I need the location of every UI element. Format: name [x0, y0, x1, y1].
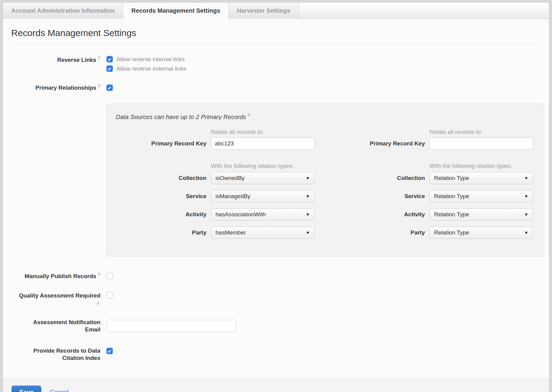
quality-assessment-required-checkbox[interactable]	[106, 292, 113, 298]
panel-heading-text: Data Sources can have up to 2 Primary Re…	[116, 114, 246, 120]
chevron-down-icon: ▼	[306, 194, 310, 199]
relate-all-records-label: Relate all records to:	[211, 128, 315, 136]
help-icon[interactable]: ?	[98, 84, 100, 88]
assessment-notification-email-label: Assessment Notification Email	[3, 319, 100, 333]
title-divider	[11, 44, 541, 45]
activity-relation-value: hasAssociationWith	[216, 211, 303, 218]
tab-bar: Account Administration Information Recor…	[3, 3, 549, 19]
party-label: Party	[107, 229, 211, 236]
activity-relation-value: Relation Type	[434, 211, 522, 218]
citation-index-row: Provide Records to Data Citation Index	[3, 347, 549, 362]
party-relation-value: Relation Type	[434, 229, 522, 236]
manually-publish-records-label: Manually Publish Records?	[3, 272, 100, 280]
tab-harvester-settings[interactable]: Harvester Settings	[229, 3, 299, 19]
service-relation-value: Relation Type	[434, 193, 522, 200]
help-icon[interactable]: ?	[98, 272, 100, 277]
relation-types-label: With the following relation types:	[429, 162, 533, 170]
collection-label: Collection	[107, 175, 211, 181]
help-icon[interactable]: ?	[247, 113, 250, 118]
primary-relationships-label-text: Primary Relationships	[35, 85, 96, 91]
allow-reverse-internal-links-checkbox[interactable]	[106, 56, 113, 62]
allow-reverse-external-links-checkbox[interactable]	[106, 65, 113, 72]
primary-relationships-row: Primary Relationships?	[3, 84, 549, 91]
party-relation-select-2[interactable]: Relation Type ▼	[429, 227, 533, 239]
reverse-links-label: Reverse Links?	[3, 56, 100, 64]
chevron-down-icon: ▼	[524, 212, 528, 217]
reverse-links-label-text: Reverse Links	[57, 57, 96, 63]
activity-relation-select[interactable]: hasAssociationWith ▼	[211, 208, 315, 221]
settings-page: Account Administration Information Recor…	[3, 3, 549, 392]
collection-relation-select-2[interactable]: Relation Type ▼	[429, 172, 533, 184]
allow-reverse-internal-links-option: Allow reverse internal links	[106, 56, 186, 62]
primary-record-key-label: Primary Record Key	[325, 140, 430, 147]
citation-index-label: Provide Records to Data Citation Index	[3, 347, 100, 362]
manually-publish-records-row: Manually Publish Records?	[3, 272, 549, 280]
tab-account-administration-information[interactable]: Account Administration Information	[3, 3, 123, 19]
cancel-link[interactable]: Cancel	[50, 389, 69, 392]
relate-all-records-label: Relate all records to:	[429, 128, 533, 136]
activity-label: Activity	[325, 211, 430, 218]
citation-index-checkbox[interactable]	[106, 348, 113, 354]
chevron-down-icon: ▼	[524, 230, 528, 235]
party-relation-select[interactable]: hasMember ▼	[211, 227, 315, 239]
primary-record-key-label: Primary Record Key	[107, 140, 211, 147]
service-relation-value: isManagedBy	[216, 193, 303, 200]
form-footer: Save Cancel	[3, 379, 549, 392]
assessment-notification-email-row: Assessment Notification Email	[3, 319, 549, 333]
reverse-links-row: Reverse Links? Allow reverse internal li…	[3, 56, 549, 75]
primary-relationships-checkbox[interactable]	[106, 85, 113, 91]
collection-relation-select[interactable]: isOwnedBy ▼	[211, 172, 315, 184]
collection-label: Collection	[325, 175, 430, 181]
primary-record-key-input-2[interactable]	[429, 138, 533, 150]
collection-relation-value: isOwnedBy	[216, 175, 303, 181]
party-label: Party	[325, 229, 430, 236]
help-icon[interactable]: ?	[98, 56, 100, 61]
quality-assessment-required-label: Quality Assessment Required?	[3, 292, 100, 306]
relation-types-label: With the following relation types:	[211, 162, 315, 170]
assessment-notification-email-input[interactable]	[106, 320, 236, 332]
primary-relationships-label: Primary Relationships?	[3, 84, 100, 91]
collection-relation-value: Relation Type	[434, 175, 522, 181]
chevron-down-icon: ▼	[306, 176, 310, 181]
activity-relation-select-2[interactable]: Relation Type ▼	[429, 208, 533, 221]
service-relation-select[interactable]: isManagedBy ▼	[211, 190, 315, 202]
quality-assessment-required-label-text: Quality Assessment Required	[19, 292, 100, 299]
panel-heading: Data Sources can have up to 2 Primary Re…	[116, 113, 544, 121]
tab-records-management-settings[interactable]: Records Management Settings	[123, 3, 228, 19]
chevron-down-icon: ▼	[524, 194, 528, 199]
primary-records-panel: Data Sources can have up to 2 Primary Re…	[106, 104, 544, 257]
party-relation-value: hasMember	[216, 229, 303, 236]
tab-panel-records-management: Records Management Settings Reverse Link…	[3, 19, 549, 362]
primary-record-key-input[interactable]	[211, 138, 315, 150]
chevron-down-icon: ▼	[524, 176, 528, 181]
service-label: Service	[107, 193, 211, 200]
help-icon[interactable]: ?	[5, 302, 99, 306]
primary-record-column-1: Relate all records to: Primary Record Ke…	[107, 128, 325, 239]
allow-reverse-internal-links-label: Allow reverse internal links	[116, 56, 185, 62]
allow-reverse-external-links-option: Allow reverse external links	[106, 65, 186, 72]
save-button[interactable]: Save	[12, 386, 41, 392]
chevron-down-icon: ▼	[306, 212, 310, 217]
quality-assessment-required-row: Quality Assessment Required?	[3, 292, 549, 306]
activity-label: Activity	[107, 211, 211, 218]
manually-publish-records-checkbox[interactable]	[106, 273, 113, 279]
chevron-down-icon: ▼	[306, 230, 310, 235]
manually-publish-records-label-text: Manually Publish Records	[25, 273, 96, 279]
service-relation-select-2[interactable]: Relation Type ▼	[429, 190, 533, 202]
service-label: Service	[325, 193, 430, 200]
primary-record-column-2: Relate all records to: Primary Record Ke…	[325, 128, 544, 239]
page-title: Records Management Settings	[11, 28, 541, 38]
allow-reverse-external-links-label: Allow reverse external links	[116, 65, 186, 72]
